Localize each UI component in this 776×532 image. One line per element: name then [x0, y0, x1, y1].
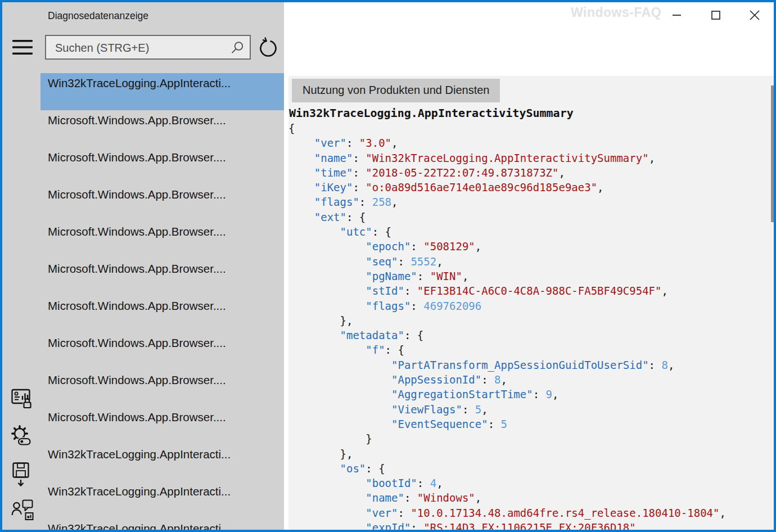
hamburger-glyph	[12, 39, 33, 55]
json-line: "time": "2018-05-22T22:07:49.8731873Z",	[288, 165, 774, 180]
list-item[interactable]: Microsoft.Windows.App.Browser....	[40, 370, 284, 407]
json-line: },	[288, 313, 774, 328]
refresh-icon[interactable]	[256, 37, 280, 60]
json-line: "f": {	[288, 342, 774, 357]
list-item[interactable]: Microsoft.Windows.App.Browser....	[40, 259, 284, 296]
app-window: Diagnosedatenanzeige Win32kT	[0, 0, 776, 532]
event-json: { "ver": "3.0", "name": "Win32kTraceLogg…	[288, 121, 774, 530]
json-line: "iKey": "o:0a89d516ae714e01ae89c96d185e9…	[288, 180, 774, 195]
search-box	[45, 35, 251, 60]
feedback-icon[interactable]	[11, 499, 34, 527]
json-line: "stId": "EF13B14C-A6C0-4C8A-988C-FA5BF49…	[288, 283, 774, 298]
hamburger-menu-icon[interactable]	[11, 38, 34, 57]
list-item[interactable]: Win32kTraceLogging.AppInteracti...	[40, 481, 284, 519]
list-item[interactable]: Microsoft.Windows.App.Browser....	[40, 296, 284, 333]
list-item[interactable]: Microsoft.Windows.App.Browser....	[40, 184, 284, 222]
close-icon	[750, 10, 760, 20]
search-icon	[231, 41, 244, 57]
category-badge: Nutzung von Produkten und Diensten	[292, 79, 500, 102]
json-line: "name": "Windows",	[288, 490, 774, 505]
list-item[interactable]: Microsoft.Windows.App.Browser....	[40, 222, 284, 259]
json-line: "bootId": 4,	[288, 476, 774, 490]
json-line: "flags": 469762096	[288, 299, 774, 313]
json-line: "epoch": "508129",	[288, 239, 774, 254]
maximize-button[interactable]	[696, 2, 735, 28]
event-list: Win32kTraceLogging.AppInteracti...Micros…	[40, 73, 284, 530]
list-item[interactable]: Win32kTraceLogging.AppInteracti...	[40, 519, 284, 530]
caption-buttons	[657, 2, 774, 28]
maximize-icon	[711, 11, 720, 20]
json-line: "os": {	[288, 461, 774, 476]
json-line: "pgName": "WIN",	[288, 269, 774, 283]
main-panel: Windows-FAQ Nutzung von Produkten und	[284, 2, 774, 530]
json-line: }	[288, 431, 774, 446]
json-line: "ext": {	[288, 210, 774, 224]
json-line: "AppSessionId": 8,	[288, 372, 774, 387]
list-item-selected[interactable]: Win32kTraceLogging.AppInteracti...	[40, 73, 284, 110]
json-line: "utc": {	[288, 224, 774, 239]
list-item[interactable]: Microsoft.Windows.App.Browser....	[40, 333, 284, 370]
close-button[interactable]	[735, 2, 774, 28]
minimize-icon	[673, 14, 682, 16]
json-line: "AggregationStartTime": 9,	[288, 387, 774, 402]
json-line: "ViewFlags": 5,	[288, 402, 774, 417]
event-title: Win32kTraceLogging.AppInteractivitySumma…	[289, 106, 774, 120]
event-detail-pane: Nutzung von Produkten und Diensten Win32…	[288, 76, 774, 530]
json-line: "ver": "3.0",	[288, 136, 774, 150]
json-line: "EventSequence": 5	[288, 417, 774, 431]
list-item[interactable]: Microsoft.Windows.App.Browser....	[40, 147, 284, 184]
json-line: "seq": 5552,	[288, 254, 774, 269]
search-input[interactable]	[54, 36, 225, 60]
json-line: },	[288, 447, 774, 461]
sidebar: Diagnosedatenanzeige Win32kT	[2, 2, 284, 530]
privacy-report-icon[interactable]	[11, 387, 33, 411]
json-line: "name": "Win32kTraceLogging.AppInteracti…	[288, 151, 774, 165]
json-line: "PartATransform_AppSessionGuidToUserSid"…	[288, 358, 774, 372]
list-item[interactable]: Microsoft.Windows.App.Browser....	[40, 407, 284, 444]
minimize-button[interactable]	[657, 2, 696, 28]
app-title: Diagnosedatenanzeige	[48, 10, 148, 22]
json-line: "expId": "RS:14D3,FX:1106215E,FX:20F36D1…	[288, 520, 774, 530]
json-line: "ver": "10.0.17134.48.amd64fre.rs4_relea…	[288, 506, 774, 520]
vertical-scrollbar-thumb[interactable]	[771, 85, 774, 222]
export-data-icon[interactable]	[12, 462, 30, 489]
list-item[interactable]: Microsoft.Windows.App.Browser....	[40, 110, 284, 147]
settings-icon[interactable]	[10, 425, 33, 449]
watermark: Windows-FAQ	[571, 5, 661, 20]
json-line: "metadata": {	[288, 328, 774, 342]
json-line: {	[288, 121, 774, 136]
json-line: "flags": 258,	[288, 195, 774, 209]
list-item[interactable]: Win32kTraceLogging.AppInteracti...	[40, 444, 284, 481]
